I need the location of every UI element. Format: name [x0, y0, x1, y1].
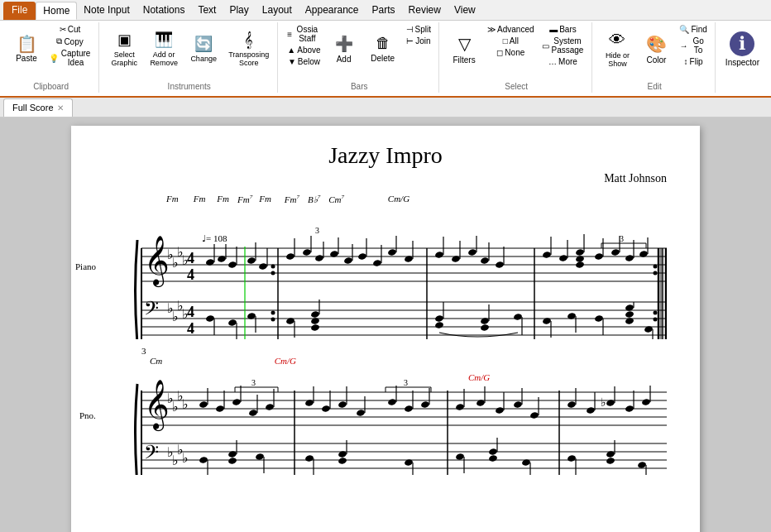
tab-full-score[interactable]: Full Score ✕ — [3, 98, 73, 117]
svg-point-200 — [567, 400, 576, 408]
find-button[interactable]: 🔍 Find — [677, 24, 709, 35]
menu-appearance[interactable]: Appearance — [299, 2, 366, 20]
svg-point-33 — [271, 271, 275, 275]
above-button[interactable]: ▲ Above — [285, 45, 323, 55]
score-area[interactable]: Jazzy Impro Matt Johnson Fm Fm Fm Fm7 Fm… — [0, 117, 771, 532]
svg-point-169 — [232, 398, 241, 405]
svg-point-218 — [304, 454, 314, 462]
score-page: Jazzy Impro Matt Johnson Fm Fm Fm Fm7 Fm… — [71, 126, 700, 532]
svg-point-85 — [575, 261, 584, 268]
svg-point-73 — [495, 261, 504, 268]
svg-point-232 — [567, 454, 576, 462]
filters-button[interactable]: ▽ Filters — [446, 24, 482, 74]
select-label: Select — [441, 82, 591, 91]
none-icon: ◻ — [496, 48, 503, 57]
svg-point-81 — [558, 254, 567, 261]
svg-point-48 — [302, 248, 311, 256]
svg-text:𝄢: 𝄢 — [144, 298, 159, 324]
svg-point-132 — [654, 317, 658, 321]
svg-point-56 — [357, 252, 366, 260]
svg-point-113 — [513, 313, 522, 320]
svg-text:𝄢: 𝄢 — [144, 442, 159, 467]
svg-point-227 — [488, 448, 497, 455]
svg-text:3: 3 — [315, 226, 319, 235]
capture-idea-button[interactable]: 💡 Capture Idea — [46, 48, 93, 68]
change-button[interactable]: 🔄 Change — [185, 24, 222, 74]
svg-point-190 — [455, 403, 464, 410]
ossia-icon: ≡ — [287, 30, 292, 39]
system-passage-button[interactable]: ▭ System Passage — [539, 36, 587, 55]
svg-point-50 — [314, 254, 323, 261]
menu-view[interactable]: View — [448, 2, 482, 20]
copy-button[interactable]: ⧉ Copy — [46, 36, 93, 47]
menu-home[interactable]: Home — [36, 2, 77, 20]
capture-idea-icon: 💡 — [49, 54, 59, 63]
bars-label: Bars — [280, 82, 438, 91]
split-button[interactable]: ⊣ Split — [404, 24, 433, 35]
svg-text:♭: ♭ — [182, 451, 189, 465]
menu-layout[interactable]: Layout — [256, 2, 299, 20]
svg-point-69 — [467, 248, 476, 256]
paste-button[interactable]: 📋 Paste — [8, 24, 45, 74]
svg-point-167 — [215, 405, 224, 412]
bars-select-button[interactable]: ▬ Bars — [539, 24, 587, 35]
svg-point-40 — [227, 261, 237, 268]
svg-point-108 — [434, 321, 443, 328]
add-bar-button[interactable]: ➕ Add — [326, 24, 362, 74]
menu-text[interactable]: Text — [191, 2, 223, 20]
svg-point-198 — [529, 411, 539, 419]
flip-button[interactable]: ↕ Flip — [677, 56, 709, 67]
tab-close-icon[interactable]: ✕ — [57, 103, 64, 113]
svg-text:Cm/G: Cm/G — [468, 372, 490, 382]
ribbon: 📋 Paste ✂ Cut ⧉ Copy 💡 Capture Idea Clip… — [0, 21, 771, 98]
svg-point-171 — [248, 409, 257, 416]
join-icon: ⊢ — [406, 36, 414, 46]
flip-icon: ↕ — [684, 57, 688, 66]
svg-point-79 — [542, 251, 551, 258]
svg-point-225 — [455, 453, 464, 460]
svg-point-95 — [205, 314, 214, 322]
svg-text:♩= 108: ♩= 108 — [202, 233, 227, 243]
ossia-staff-button[interactable]: ≡ Ossia Staff — [285, 24, 323, 44]
add-remove-button[interactable]: 🎹 Add orRemove — [146, 24, 182, 74]
cut-button[interactable]: ✂ Cut — [46, 24, 93, 35]
staff-svg-2: 𝄞 𝄢 ♭ ♭ ♭ ♭ ♭ ♭ ♭ ♭ — [104, 367, 667, 475]
select-graphic-button[interactable]: ▣ SelectGraphic — [106, 24, 142, 74]
svg-point-91 — [625, 254, 634, 261]
svg-point-103 — [310, 310, 319, 318]
score-composer: Matt Johnson — [104, 172, 667, 185]
svg-point-83 — [575, 248, 584, 256]
transposing-score-button[interactable]: 𝄞 TransposingScore — [225, 24, 272, 74]
delete-bar-button[interactable]: 🗑 Delete — [365, 24, 401, 74]
svg-point-34 — [271, 310, 275, 314]
color-button[interactable]: 🎨 Color — [638, 24, 674, 74]
svg-text:♭: ♭ — [182, 397, 189, 411]
svg-text:𝄞: 𝄞 — [144, 380, 170, 432]
none-button[interactable]: ◻ None — [485, 47, 536, 58]
svg-point-42 — [247, 256, 256, 264]
copy-icon: ⧉ — [56, 36, 62, 46]
svg-point-44 — [258, 262, 267, 270]
advanced-button[interactable]: ≫ Advanced — [485, 24, 536, 35]
menu-notations[interactable]: Notations — [136, 2, 192, 20]
all-button[interactable]: □ All — [485, 36, 536, 46]
menu-review[interactable]: Review — [402, 2, 448, 20]
menu-play[interactable]: Play — [223, 2, 255, 20]
edit-group: 👁 Hide orShow 🎨 Color 🔍 Find → Go To ↕ F — [594, 22, 715, 93]
menu-note-input[interactable]: Note Input — [77, 2, 136, 20]
join-button[interactable]: ⊢ Join — [404, 36, 433, 46]
menu-file[interactable]: File — [3, 2, 36, 20]
menu-bar: File Home Note Input Notations Text Play… — [0, 0, 771, 21]
hide-show-button[interactable]: 👁 Hide orShow — [599, 24, 635, 74]
inspector-button[interactable]: ℹ Matt Johnson Inspector — [722, 24, 763, 74]
instruments-group: ▣ SelectGraphic 🎹 Add orRemove 🔄 Change … — [101, 22, 278, 93]
menu-parts[interactable]: Parts — [366, 2, 402, 20]
svg-point-237 — [637, 461, 646, 468]
svg-point-211 — [199, 456, 208, 463]
svg-text:3: 3 — [620, 234, 624, 243]
more-button[interactable]: … More — [539, 56, 587, 67]
go-to-button[interactable]: → Go To — [677, 36, 709, 55]
below-button[interactable]: ▼ Below — [285, 56, 323, 67]
svg-point-131 — [654, 310, 658, 314]
svg-point-122 — [625, 310, 634, 318]
